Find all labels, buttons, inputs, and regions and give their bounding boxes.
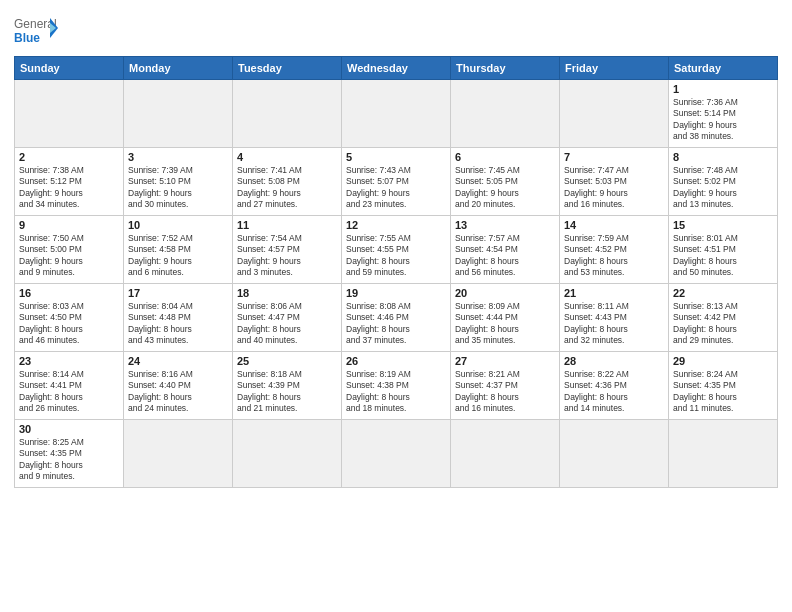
day-number: 17: [128, 287, 228, 299]
weekday-tuesday: Tuesday: [233, 57, 342, 80]
day-number: 26: [346, 355, 446, 367]
calendar-cell: 2Sunrise: 7:38 AM Sunset: 5:12 PM Daylig…: [15, 148, 124, 216]
day-number: 11: [237, 219, 337, 231]
calendar-cell: [342, 420, 451, 488]
calendar-cell: 7Sunrise: 7:47 AM Sunset: 5:03 PM Daylig…: [560, 148, 669, 216]
calendar-cell: 28Sunrise: 8:22 AM Sunset: 4:36 PM Dayli…: [560, 352, 669, 420]
day-number: 22: [673, 287, 773, 299]
calendar-cell: [124, 80, 233, 148]
day-number: 4: [237, 151, 337, 163]
day-info: Sunrise: 7:36 AM Sunset: 5:14 PM Dayligh…: [673, 97, 773, 143]
calendar-cell: 12Sunrise: 7:55 AM Sunset: 4:55 PM Dayli…: [342, 216, 451, 284]
day-number: 1: [673, 83, 773, 95]
day-info: Sunrise: 8:03 AM Sunset: 4:50 PM Dayligh…: [19, 301, 119, 347]
calendar-cell: 17Sunrise: 8:04 AM Sunset: 4:48 PM Dayli…: [124, 284, 233, 352]
calendar-cell: 10Sunrise: 7:52 AM Sunset: 4:58 PM Dayli…: [124, 216, 233, 284]
calendar-cell: 21Sunrise: 8:11 AM Sunset: 4:43 PM Dayli…: [560, 284, 669, 352]
day-info: Sunrise: 7:52 AM Sunset: 4:58 PM Dayligh…: [128, 233, 228, 279]
calendar: SundayMondayTuesdayWednesdayThursdayFrid…: [14, 56, 778, 488]
day-number: 28: [564, 355, 664, 367]
calendar-cell: 24Sunrise: 8:16 AM Sunset: 4:40 PM Dayli…: [124, 352, 233, 420]
calendar-cell: 5Sunrise: 7:43 AM Sunset: 5:07 PM Daylig…: [342, 148, 451, 216]
calendar-cell: 26Sunrise: 8:19 AM Sunset: 4:38 PM Dayli…: [342, 352, 451, 420]
calendar-cell: 27Sunrise: 8:21 AM Sunset: 4:37 PM Dayli…: [451, 352, 560, 420]
calendar-week-2: 2Sunrise: 7:38 AM Sunset: 5:12 PM Daylig…: [15, 148, 778, 216]
calendar-cell: 30Sunrise: 8:25 AM Sunset: 4:35 PM Dayli…: [15, 420, 124, 488]
weekday-sunday: Sunday: [15, 57, 124, 80]
calendar-cell: 18Sunrise: 8:06 AM Sunset: 4:47 PM Dayli…: [233, 284, 342, 352]
day-info: Sunrise: 8:06 AM Sunset: 4:47 PM Dayligh…: [237, 301, 337, 347]
day-info: Sunrise: 8:22 AM Sunset: 4:36 PM Dayligh…: [564, 369, 664, 415]
day-number: 7: [564, 151, 664, 163]
day-info: Sunrise: 8:01 AM Sunset: 4:51 PM Dayligh…: [673, 233, 773, 279]
day-info: Sunrise: 8:18 AM Sunset: 4:39 PM Dayligh…: [237, 369, 337, 415]
day-number: 8: [673, 151, 773, 163]
day-number: 5: [346, 151, 446, 163]
day-number: 13: [455, 219, 555, 231]
calendar-cell: 1Sunrise: 7:36 AM Sunset: 5:14 PM Daylig…: [669, 80, 778, 148]
day-info: Sunrise: 8:08 AM Sunset: 4:46 PM Dayligh…: [346, 301, 446, 347]
weekday-saturday: Saturday: [669, 57, 778, 80]
day-number: 12: [346, 219, 446, 231]
day-info: Sunrise: 8:04 AM Sunset: 4:48 PM Dayligh…: [128, 301, 228, 347]
calendar-cell: [451, 80, 560, 148]
day-number: 6: [455, 151, 555, 163]
calendar-cell: [342, 80, 451, 148]
day-number: 3: [128, 151, 228, 163]
day-number: 18: [237, 287, 337, 299]
weekday-friday: Friday: [560, 57, 669, 80]
calendar-cell: 6Sunrise: 7:45 AM Sunset: 5:05 PM Daylig…: [451, 148, 560, 216]
calendar-cell: 29Sunrise: 8:24 AM Sunset: 4:35 PM Dayli…: [669, 352, 778, 420]
calendar-cell: 15Sunrise: 8:01 AM Sunset: 4:51 PM Dayli…: [669, 216, 778, 284]
calendar-cell: [233, 420, 342, 488]
calendar-cell: 19Sunrise: 8:08 AM Sunset: 4:46 PM Dayli…: [342, 284, 451, 352]
calendar-week-3: 9Sunrise: 7:50 AM Sunset: 5:00 PM Daylig…: [15, 216, 778, 284]
general-blue-logo-icon: General Blue: [14, 14, 58, 50]
day-number: 24: [128, 355, 228, 367]
day-info: Sunrise: 7:38 AM Sunset: 5:12 PM Dayligh…: [19, 165, 119, 211]
day-number: 10: [128, 219, 228, 231]
calendar-header: SundayMondayTuesdayWednesdayThursdayFrid…: [15, 57, 778, 80]
calendar-cell: [669, 420, 778, 488]
day-info: Sunrise: 7:41 AM Sunset: 5:08 PM Dayligh…: [237, 165, 337, 211]
calendar-week-4: 16Sunrise: 8:03 AM Sunset: 4:50 PM Dayli…: [15, 284, 778, 352]
day-info: Sunrise: 8:13 AM Sunset: 4:42 PM Dayligh…: [673, 301, 773, 347]
day-number: 20: [455, 287, 555, 299]
day-info: Sunrise: 8:21 AM Sunset: 4:37 PM Dayligh…: [455, 369, 555, 415]
calendar-week-5: 23Sunrise: 8:14 AM Sunset: 4:41 PM Dayli…: [15, 352, 778, 420]
calendar-cell: 23Sunrise: 8:14 AM Sunset: 4:41 PM Dayli…: [15, 352, 124, 420]
day-number: 15: [673, 219, 773, 231]
day-info: Sunrise: 7:48 AM Sunset: 5:02 PM Dayligh…: [673, 165, 773, 211]
logo-container: General Blue: [14, 14, 58, 50]
weekday-wednesday: Wednesday: [342, 57, 451, 80]
svg-text:Blue: Blue: [14, 31, 40, 45]
day-info: Sunrise: 7:43 AM Sunset: 5:07 PM Dayligh…: [346, 165, 446, 211]
calendar-cell: 9Sunrise: 7:50 AM Sunset: 5:00 PM Daylig…: [15, 216, 124, 284]
day-info: Sunrise: 8:11 AM Sunset: 4:43 PM Dayligh…: [564, 301, 664, 347]
day-info: Sunrise: 8:09 AM Sunset: 4:44 PM Dayligh…: [455, 301, 555, 347]
day-number: 21: [564, 287, 664, 299]
calendar-cell: 11Sunrise: 7:54 AM Sunset: 4:57 PM Dayli…: [233, 216, 342, 284]
calendar-week-6: 30Sunrise: 8:25 AM Sunset: 4:35 PM Dayli…: [15, 420, 778, 488]
day-number: 16: [19, 287, 119, 299]
logo: General Blue: [14, 14, 58, 50]
day-info: Sunrise: 8:14 AM Sunset: 4:41 PM Dayligh…: [19, 369, 119, 415]
day-info: Sunrise: 7:50 AM Sunset: 5:00 PM Dayligh…: [19, 233, 119, 279]
day-info: Sunrise: 7:55 AM Sunset: 4:55 PM Dayligh…: [346, 233, 446, 279]
calendar-cell: 3Sunrise: 7:39 AM Sunset: 5:10 PM Daylig…: [124, 148, 233, 216]
weekday-header-row: SundayMondayTuesdayWednesdayThursdayFrid…: [15, 57, 778, 80]
calendar-cell: [124, 420, 233, 488]
day-info: Sunrise: 7:45 AM Sunset: 5:05 PM Dayligh…: [455, 165, 555, 211]
day-number: 9: [19, 219, 119, 231]
calendar-body: 1Sunrise: 7:36 AM Sunset: 5:14 PM Daylig…: [15, 80, 778, 488]
day-number: 30: [19, 423, 119, 435]
calendar-cell: 22Sunrise: 8:13 AM Sunset: 4:42 PM Dayli…: [669, 284, 778, 352]
day-number: 19: [346, 287, 446, 299]
day-info: Sunrise: 8:25 AM Sunset: 4:35 PM Dayligh…: [19, 437, 119, 483]
day-info: Sunrise: 7:57 AM Sunset: 4:54 PM Dayligh…: [455, 233, 555, 279]
calendar-cell: 4Sunrise: 7:41 AM Sunset: 5:08 PM Daylig…: [233, 148, 342, 216]
day-info: Sunrise: 7:54 AM Sunset: 4:57 PM Dayligh…: [237, 233, 337, 279]
header: General Blue: [14, 10, 778, 50]
calendar-cell: [233, 80, 342, 148]
calendar-cell: 25Sunrise: 8:18 AM Sunset: 4:39 PM Dayli…: [233, 352, 342, 420]
